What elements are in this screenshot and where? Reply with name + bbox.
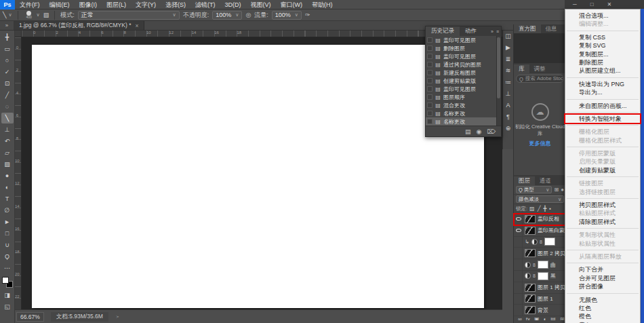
context-menu-item[interactable]: 选择链接图层 [565,188,640,196]
status-options-arrow-icon[interactable]: ＞ [115,314,120,320]
context-menu-item[interactable] [567,147,639,147]
history-scrollbar[interactable] [496,36,501,126]
type-tool[interactable]: T [1,193,14,204]
history-brush-source-checkbox[interactable] [427,37,432,43]
eyedropper-tool[interactable]: ╱ [1,90,14,100]
delete-state-icon[interactable]: ⌦ [487,128,496,135]
layer-thumbnail[interactable] [525,284,536,292]
tab-channels[interactable]: 通道 [535,176,556,185]
context-menu-item[interactable] [567,293,639,294]
history-item[interactable]: ▤ 盖印可见图层 [426,85,501,93]
glyphs-panel-icon[interactable]: ⊕ [506,125,511,132]
history-panel-icon[interactable]: ◫ [505,33,511,39]
gradient-tool[interactable]: ▨ [1,159,14,170]
menu-item[interactable]: 编辑(E) [45,0,75,10]
context-menu-item[interactable] [567,112,639,113]
healing-brush-tool[interactable]: ◌ [1,101,14,112]
document-canvas[interactable] [32,45,484,308]
tool-preset-icon[interactable]: ╲ [3,12,6,18]
history-item[interactable]: ▤ 名称更改 [426,117,501,126]
scrollbar-thumb[interactable] [497,37,500,98]
menu-item[interactable]: 图层(L) [102,0,131,10]
new-document-from-state-icon[interactable]: ▤ [465,128,471,135]
menu-item[interactable]: 文件(F) [15,0,45,10]
foreground-color-swatch[interactable] [2,277,9,284]
context-menu-item[interactable] [567,176,639,177]
quick-selection-tool[interactable]: ✓ [1,66,14,77]
visibility-toggle[interactable] [515,225,523,236]
menu-item[interactable]: 窗口(W) [276,0,308,10]
menu-item[interactable]: 视图(V) [246,0,276,10]
quick-mask-button[interactable]: ◨ [1,290,14,301]
zoom-level-input[interactable]: 66.67% [16,312,44,322]
layer-row[interactable]: ↳ 8 背景 [514,305,566,316]
context-menu-item[interactable]: 停用图层蒙版 [565,149,640,157]
context-menu-item[interactable] [567,125,639,126]
opacity-select[interactable]: 100% ∨ [212,11,242,20]
context-menu-item[interactable] [567,263,639,263]
history-brush-source-checkbox[interactable] [427,78,432,83]
clone-source-panel-icon[interactable]: ⊥ [506,90,511,97]
tab-histogram[interactable]: 直方图 [514,24,541,33]
history-brush-source-checkbox[interactable] [427,62,432,67]
paragraph-panel-icon[interactable]: ¶ [506,113,510,120]
layer-thumbnail[interactable] [525,215,536,223]
new-snapshot-icon[interactable]: ◉ [476,128,481,135]
brush-settings-panel-icon[interactable]: ≔ [505,79,511,86]
menu-item[interactable]: 3D(D) [220,0,246,10]
context-menu-item[interactable] [567,228,639,229]
lock-all-icon[interactable]: ▪ [549,206,551,212]
lasso-tool[interactable]: ○ [1,55,14,66]
search-input[interactable]: Ϙ 搜索 Adobe Stock [516,75,564,83]
character-panel-icon[interactable]: A [506,102,510,109]
history-brush-source-checkbox[interactable] [427,111,432,116]
context-menu-item[interactable] [567,250,639,250]
blend-mode-select[interactable]: 正常 ∨ [78,11,180,20]
menu-item[interactable]: 图像(I) [75,0,102,10]
layer-row[interactable]: ↳ 8 [514,237,566,248]
flow-select[interactable]: 100% ∨ [272,11,302,20]
layer-filter-select[interactable]: Ϙ 类型 ∨ [516,186,552,193]
close-icon[interactable]: ✕ [607,1,612,7]
context-menu-item[interactable] [567,31,639,31]
more-info-link[interactable]: 更多信息 [529,140,551,147]
panel-menu-icon[interactable]: ≡ [496,29,499,34]
minimize-icon[interactable]: ─ [573,1,577,7]
collapse-panel-icon[interactable]: » [491,29,494,34]
visibility-toggle[interactable] [515,305,523,316]
brush-tool[interactable]: ╲ [1,113,14,124]
path-selection-tool[interactable]: ► [1,216,14,227]
context-menu-item[interactable]: 合并可见图层 [565,274,640,282]
context-menu-item[interactable] [567,77,639,78]
menu-item[interactable]: 滤镜(T) [190,0,220,10]
layer-mask-thumbnail[interactable] [538,272,548,280]
visibility-toggle[interactable] [515,271,523,282]
pressure-opacity-icon[interactable]: ◎ [245,12,251,18]
crop-tool[interactable]: ⊡ [1,78,14,89]
edit-toolbar-button[interactable]: ⋯ [1,263,14,273]
context-menu-item[interactable] [567,99,639,100]
close-tab-icon[interactable]: × [135,22,138,29]
move-tool[interactable]: ╋ [1,32,14,43]
layer-comps-panel-icon[interactable]: ≣ [506,56,511,62]
layer-row[interactable]: ↳ 8 图层 2 拷贝 [514,248,566,259]
lock-position-icon[interactable]: ╋ [543,206,546,212]
brush-preset-picker[interactable]: 400 ∨ [24,11,40,20]
panel-collapse-icon[interactable]: » [0,21,14,30]
history-item[interactable]: ▤ 盖印可见图层 [426,36,501,44]
context-menu-item[interactable]: 从图层建立组... [565,66,640,75]
context-menu-item[interactable]: 粘贴形状属性 [565,240,640,248]
context-menu-item[interactable]: 启用矢量蒙版 [565,157,640,166]
layer-thumbnail[interactable] [525,294,536,303]
context-menu-item[interactable]: 快速导出为 PNG [565,80,640,88]
menu-item[interactable]: 选择(S) [161,0,190,10]
context-menu-item[interactable]: 栅格化图层 [565,128,640,136]
context-menu-item[interactable]: 导出为... [565,88,640,96]
context-menu-item[interactable]: 拷贝图层样式 [565,201,640,209]
context-menu-item[interactable]: 转换为智能对象 [565,115,640,123]
layer-mask-thumbnail[interactable] [544,238,555,246]
clone-stamp-tool[interactable]: ⊥ [1,124,14,135]
history-item[interactable]: ▤ 删除图层 [426,44,501,52]
history-brush-source-checkbox[interactable] [427,54,432,59]
adjustment-layer-icon[interactable]: ◐ [544,316,547,320]
